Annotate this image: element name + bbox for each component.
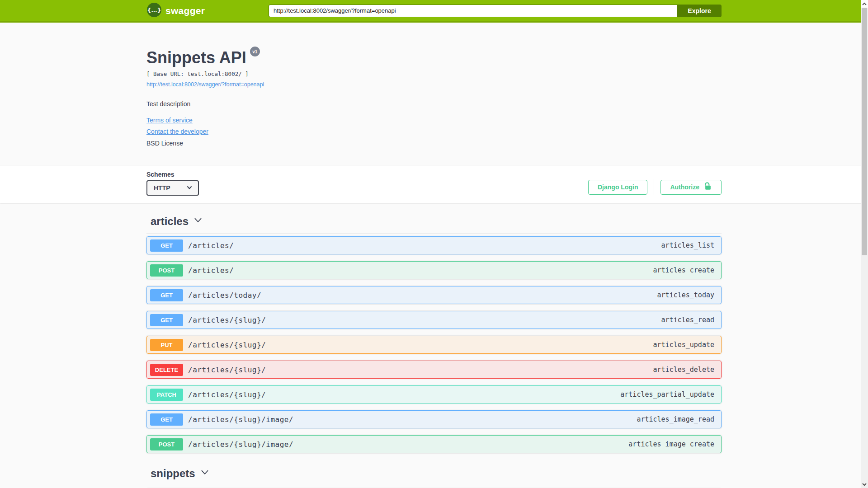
operation-path: /articles/{slug}/ (188, 390, 266, 399)
operation-row[interactable]: DELETE /articles/{slug}/ articles_delete (146, 361, 722, 379)
method-badge: GET (150, 413, 183, 426)
scheme-container: Schemes HTTP Django Login Authorize (0, 166, 868, 203)
unlock-icon (704, 182, 712, 192)
operation-path: /articles/{slug}/ (188, 316, 266, 324)
operation-path: /articles/today/ (188, 291, 261, 300)
operation-path: /articles/{slug}/image/ (188, 415, 293, 424)
django-login-label: Django Login (598, 183, 638, 191)
operation-id: articles_read (661, 316, 714, 324)
method-badge: GET (150, 239, 183, 252)
chevron-down-icon (193, 215, 203, 228)
operation-row[interactable]: GET /articles/ articles_list (146, 236, 722, 254)
operation-row[interactable]: POST /articles/ articles_create (146, 261, 722, 279)
tag-section-articles: articles GET /articles/ articles_list PO… (146, 215, 722, 453)
swagger-logo-icon: {…} (146, 2, 162, 19)
django-login-button[interactable]: Django Login (588, 180, 647, 195)
operation-id: articles_list (661, 241, 714, 249)
auth-wrapper: Django Login Authorize (588, 179, 722, 196)
operation-id: articles_image_create (628, 440, 714, 448)
method-badge: POST (150, 264, 183, 277)
schemes-label: Schemes (146, 171, 199, 178)
api-description: Test description (146, 100, 722, 108)
operation-id: articles_update (653, 341, 714, 349)
scheme-selected-value: HTTP (154, 184, 170, 192)
spec-url-form: Explore (269, 5, 722, 17)
authorize-button[interactable]: Authorize (660, 180, 722, 195)
contact-developer-link[interactable]: Contact the developer (146, 128, 208, 135)
operations-main: articles GET /articles/ articles_list PO… (0, 203, 868, 488)
tag-header-snippets[interactable]: snippets (146, 467, 722, 480)
scrollbar-up-icon[interactable] (861, 0, 868, 8)
operation-id: articles_delete (653, 366, 714, 374)
terms-of-service-link[interactable]: Terms of service (146, 117, 193, 124)
scheme-select[interactable]: HTTP (146, 180, 199, 196)
tag-name: snippets (151, 467, 195, 480)
operation-row[interactable]: GET /articles/today/ articles_today (146, 286, 722, 304)
spec-link[interactable]: http://test.local:8002/swagger/?format=o… (146, 81, 264, 88)
page-title: Snippets API v1 (146, 48, 722, 67)
operation-path: /articles/{slug}/ (188, 341, 266, 349)
swagger-brand: {…} swagger (146, 2, 205, 19)
explore-button[interactable]: Explore (677, 5, 722, 17)
svg-text:{…}: {…} (147, 7, 161, 14)
scrollbar-down-icon[interactable] (861, 480, 868, 488)
authorize-label: Authorize (670, 183, 699, 191)
scrollbar-thumb[interactable] (862, 8, 867, 255)
operation-row[interactable]: PUT /articles/{slug}/ articles_update (146, 336, 722, 354)
chevron-down-icon (200, 467, 210, 480)
method-badge: POST (150, 438, 183, 450)
operation-path: /articles/ (188, 241, 234, 250)
method-badge: PUT (150, 339, 183, 351)
operation-row[interactable]: GET /articles/{slug}/ articles_read (146, 311, 722, 329)
version-badge: v1 (250, 47, 260, 56)
method-badge: DELETE (150, 364, 183, 376)
tag-section-snippets: snippets GET /snippets/ snippets_list (146, 467, 722, 488)
operation-id: articles_create (653, 266, 714, 274)
method-badge: GET (150, 289, 183, 301)
operation-row[interactable]: GET /articles/{slug}/image/ articles_ima… (146, 410, 722, 428)
swagger-logo-text: swagger (165, 5, 205, 16)
operation-id: articles_today (657, 291, 714, 299)
spec-url-input[interactable] (269, 5, 677, 17)
operation-path: /articles/{slug}/image/ (188, 440, 293, 449)
base-url: [ Base URL: test.local:8002/ ] (146, 70, 722, 77)
button-divider (654, 179, 654, 195)
vertical-scrollbar[interactable] (861, 0, 868, 488)
operation-list: GET /articles/ articles_list POST /artic… (146, 236, 722, 453)
operation-id: articles_partial_update (620, 390, 714, 399)
tag-name: articles (151, 215, 189, 228)
chevron-down-icon (186, 184, 193, 192)
method-badge: GET (150, 314, 183, 326)
api-info-section: Snippets API v1 [ Base URL: test.local:8… (0, 23, 868, 166)
tag-header-articles[interactable]: articles (146, 215, 722, 228)
operation-path: /articles/{slug}/ (188, 366, 266, 374)
tag-divider (146, 486, 722, 486)
schemes-group: Schemes HTTP (146, 171, 199, 196)
operation-id: articles_image_read (637, 415, 714, 423)
topbar: {…} swagger Explore (0, 0, 868, 23)
tag-divider (146, 234, 722, 234)
api-title-text: Snippets API (146, 48, 246, 67)
operation-row[interactable]: POST /articles/{slug}/image/ articles_im… (146, 435, 722, 453)
operation-row[interactable]: PATCH /articles/{slug}/ articles_partial… (146, 385, 722, 404)
operation-path: /articles/ (188, 266, 234, 275)
license-text: BSD License (146, 140, 722, 166)
method-badge: PATCH (150, 389, 183, 401)
